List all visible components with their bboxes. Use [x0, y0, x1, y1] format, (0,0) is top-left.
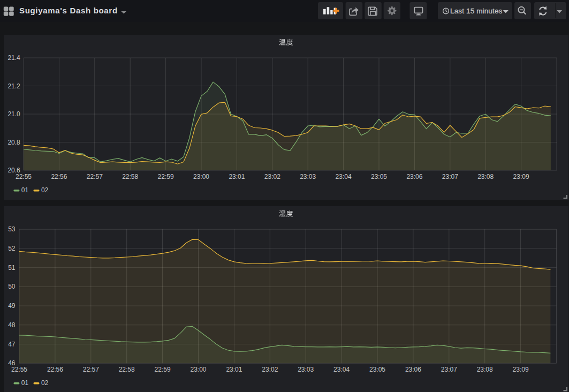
- svg-text:23:06: 23:06: [406, 173, 422, 180]
- svg-text:48: 48: [8, 321, 16, 329]
- svg-text:02: 02: [41, 186, 49, 194]
- svg-text:02: 02: [41, 379, 49, 387]
- svg-text:20.8: 20.8: [7, 139, 20, 146]
- svg-text:23:06: 23:06: [405, 366, 421, 373]
- svg-text:23:05: 23:05: [369, 366, 385, 373]
- svg-text:01: 01: [21, 379, 29, 387]
- svg-text:22:57: 22:57: [87, 173, 103, 180]
- svg-text:23:00: 23:00: [193, 173, 209, 180]
- svg-text:23:09: 23:09: [513, 173, 529, 180]
- svg-text:22:58: 22:58: [122, 173, 138, 180]
- svg-text:23:01: 23:01: [226, 366, 242, 373]
- svg-text:23:04: 23:04: [333, 366, 350, 373]
- svg-text:23:08: 23:08: [477, 173, 494, 180]
- svg-text:23:03: 23:03: [300, 173, 316, 180]
- svg-text:49: 49: [8, 302, 16, 310]
- svg-text:22:56: 22:56: [47, 366, 63, 373]
- svg-text:21.2: 21.2: [7, 82, 20, 90]
- svg-text:51: 51: [8, 264, 16, 272]
- svg-text:23:02: 23:02: [264, 173, 280, 180]
- svg-text:52: 52: [8, 245, 16, 252]
- svg-text:53: 53: [8, 225, 16, 233]
- svg-text:23:00: 23:00: [190, 366, 206, 373]
- svg-text:22:58: 22:58: [119, 366, 135, 373]
- svg-text:21.4: 21.4: [7, 54, 20, 62]
- svg-text:23:08: 23:08: [477, 366, 493, 373]
- svg-text:23:02: 23:02: [262, 366, 278, 373]
- svg-text:23:07: 23:07: [441, 366, 457, 373]
- svg-text:23:01: 23:01: [229, 173, 245, 180]
- svg-text:47: 47: [8, 341, 16, 348]
- svg-text:22:59: 22:59: [155, 366, 171, 373]
- svg-text:Last 15 minutes: Last 15 minutes: [450, 7, 503, 15]
- svg-text:23:03: 23:03: [298, 366, 314, 373]
- svg-text:22:55: 22:55: [11, 366, 27, 373]
- svg-text:22:57: 22:57: [83, 366, 99, 373]
- svg-text:23:04: 23:04: [336, 173, 352, 180]
- svg-text:50: 50: [8, 283, 16, 290]
- svg-text:23:05: 23:05: [371, 173, 387, 180]
- svg-text:22:55: 22:55: [16, 173, 32, 180]
- svg-text:23:09: 23:09: [513, 366, 529, 373]
- svg-text:21.0: 21.0: [7, 110, 20, 118]
- svg-text:01: 01: [21, 186, 29, 194]
- svg-text:22:56: 22:56: [51, 173, 67, 180]
- svg-text:22:59: 22:59: [158, 173, 174, 180]
- svg-text:23:07: 23:07: [442, 173, 458, 180]
